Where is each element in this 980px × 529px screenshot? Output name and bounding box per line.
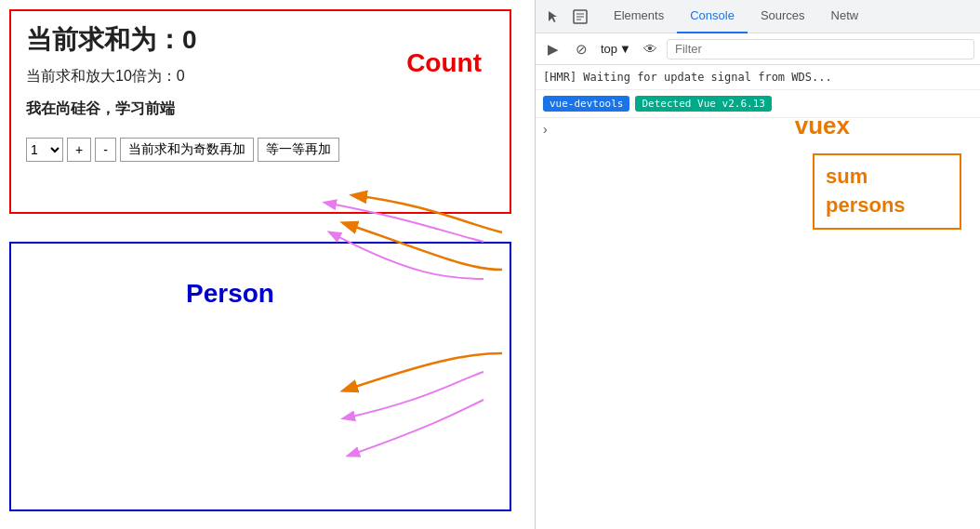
controls: 1 2 3 + - 当前求和为奇数再加 等一等再加 [26, 138, 495, 162]
hmr-message: [HMR] Waiting for update signal from WDS… [536, 65, 980, 90]
tab-sources[interactable]: Sources [748, 0, 818, 33]
number-select[interactable]: 1 2 3 [26, 138, 63, 162]
minus-button[interactable]: - [95, 138, 116, 162]
person-label: Person [186, 279, 274, 309]
right-panel: Elements Console Sources Netw ▶ ⊘ top ▼ … [535, 0, 980, 529]
count-label: Count [406, 48, 482, 78]
devtools-icons [541, 4, 593, 30]
wait-button[interactable]: 等一等再加 [258, 138, 339, 162]
vue-devtools-badge: vue-devtools [543, 96, 629, 112]
devtools-tabs: Elements Console Sources Netw [536, 0, 980, 33]
devtools-content: [HMR] Waiting for update signal from WDS… [536, 65, 980, 529]
tab-console[interactable]: Console [677, 0, 748, 33]
odd-button[interactable]: 当前求和为奇数再加 [120, 138, 254, 162]
chevron-down-icon: ▼ [619, 42, 631, 56]
filter-input[interactable] [667, 39, 974, 60]
tab-elements[interactable]: Elements [601, 0, 677, 33]
block-icon[interactable]: ⊘ [569, 37, 593, 61]
expand-arrow[interactable]: › [536, 118, 980, 140]
left-panel: 当前求和为：0 当前求和放大10倍为：0 我在尚硅谷，学习前端 Count 1 … [0, 0, 535, 529]
tab-network[interactable]: Netw [818, 0, 872, 33]
count-box: 当前求和为：0 当前求和放大10倍为：0 我在尚硅谷，学习前端 Count 1 … [9, 9, 511, 214]
detected-vue-badge: Detected Vue v2.6.13 [635, 96, 771, 112]
play-icon[interactable]: ▶ [541, 37, 565, 61]
count-text: 我在尚硅谷，学习前端 [26, 99, 495, 119]
cursor-icon[interactable] [541, 4, 567, 30]
devtools-toolbar: ▶ ⊘ top ▼ 👁 [536, 33, 980, 65]
inspect-icon[interactable] [567, 4, 593, 30]
vue-badge-row: vue-devtools Detected Vue v2.6.13 [536, 90, 980, 118]
plus-button[interactable]: + [67, 138, 91, 162]
top-select[interactable]: top ▼ [597, 40, 635, 58]
eye-icon[interactable]: 👁 [639, 37, 663, 61]
